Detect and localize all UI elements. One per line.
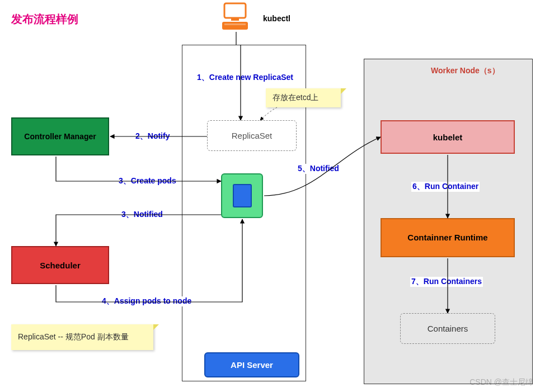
svg-rect-3: [224, 23, 246, 25]
pod-box: [221, 173, 263, 218]
step5-label: 5、Notified: [297, 164, 340, 174]
etcd-note: 存放在etcd上: [266, 88, 341, 107]
worker-node-label: Worker Node（s）: [431, 66, 500, 76]
step2-label: 2、Notify: [134, 131, 171, 141]
container-inner-icon: [233, 184, 252, 207]
scheduler-box: Scheduler: [11, 246, 109, 284]
replicaset-box: ReplicaSet: [207, 120, 297, 151]
step1-label: 1、Create new ReplicaSet: [196, 73, 294, 83]
replicaset-note: ReplicaSet -- 规范Pod 副本数量: [11, 324, 153, 350]
step7-label: 7、Run Containers: [410, 277, 483, 287]
svg-rect-0: [224, 3, 246, 18]
kubelet-box: kubelet: [381, 120, 515, 154]
containers-box: Containers: [400, 313, 495, 344]
controller-manager-box: Controller Manager: [11, 117, 109, 155]
svg-rect-2: [222, 22, 248, 30]
step3a-label: 3、Create pods: [118, 176, 177, 186]
container-runtime-box: Containner Runtime: [381, 218, 515, 257]
computer-icon: [221, 1, 249, 34]
watermark: CSDN @查士尼绵: [469, 377, 533, 388]
step3b-label: 3、Notified: [120, 210, 164, 220]
api-server-box: API Server: [204, 352, 299, 377]
step6-label: 6、Run Container: [411, 182, 480, 192]
kubectl-label: kubectl: [263, 14, 290, 23]
diagram-title: 发布流程样例: [11, 11, 78, 27]
step4-label: 4、Assign pods to node: [101, 296, 192, 306]
svg-rect-1: [231, 18, 239, 21]
